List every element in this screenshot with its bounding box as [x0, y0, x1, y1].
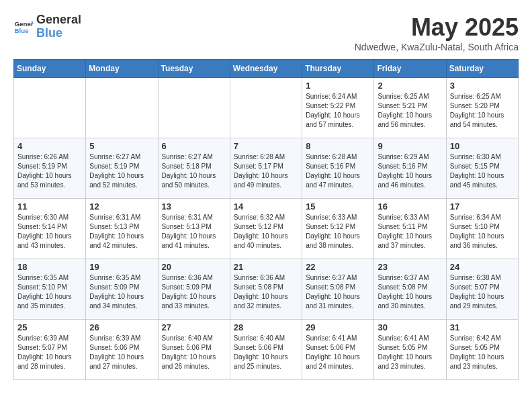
day-info: Sunrise: 6:41 AMSunset: 5:06 PMDaylight:… — [306, 334, 370, 371]
day-info: Sunrise: 6:24 AMSunset: 5:22 PMDaylight:… — [306, 92, 370, 130]
calendar-cell: 18Sunrise: 6:35 AMSunset: 5:10 PMDayligh… — [14, 259, 86, 320]
svg-text:General: General — [15, 19, 34, 27]
day-number: 3 — [450, 81, 515, 91]
calendar-cell: 7Sunrise: 6:28 AMSunset: 5:17 PMDaylight… — [230, 138, 302, 199]
day-info: Sunrise: 6:35 AMSunset: 5:09 PMDaylight:… — [89, 273, 154, 311]
day-info: Sunrise: 6:42 AMSunset: 5:05 PMDaylight:… — [450, 334, 515, 371]
day-info: Sunrise: 6:40 AMSunset: 5:06 PMDaylight:… — [234, 334, 298, 371]
day-info: Sunrise: 6:34 AMSunset: 5:10 PMDaylight:… — [450, 213, 515, 250]
calendar-cell: 23Sunrise: 6:37 AMSunset: 5:08 PMDayligh… — [374, 259, 446, 320]
day-info: Sunrise: 6:31 AMSunset: 5:13 PMDaylight:… — [162, 213, 226, 250]
calendar-cell: 2Sunrise: 6:25 AMSunset: 5:21 PMDaylight… — [374, 78, 446, 138]
calendar-week-row: 18Sunrise: 6:35 AMSunset: 5:10 PMDayligh… — [14, 259, 519, 320]
day-number: 19 — [89, 262, 154, 272]
day-number: 31 — [450, 322, 515, 332]
day-number: 12 — [89, 201, 154, 212]
calendar-cell — [86, 78, 158, 138]
day-number: 18 — [17, 262, 82, 272]
weekday-header: Friday — [374, 60, 446, 78]
logo-icon: General Blue — [13, 17, 34, 37]
day-info: Sunrise: 6:33 AMSunset: 5:12 PMDaylight:… — [306, 213, 370, 250]
day-info: Sunrise: 6:38 AMSunset: 5:07 PMDaylight:… — [450, 273, 515, 311]
calendar-cell: 10Sunrise: 6:30 AMSunset: 5:15 PMDayligh… — [446, 138, 518, 199]
month-title: May 2025 — [355, 13, 519, 42]
calendar-cell — [14, 78, 86, 138]
weekday-header: Tuesday — [158, 60, 230, 78]
day-info: Sunrise: 6:30 AMSunset: 5:14 PMDaylight:… — [17, 213, 82, 250]
day-number: 10 — [450, 141, 515, 151]
logo: General Blue General Blue — [13, 13, 81, 40]
day-info: Sunrise: 6:31 AMSunset: 5:13 PMDaylight:… — [89, 213, 154, 250]
calendar-cell: 16Sunrise: 6:33 AMSunset: 5:11 PMDayligh… — [374, 199, 446, 259]
calendar-header-row: SundayMondayTuesdayWednesdayThursdayFrid… — [14, 60, 519, 78]
weekday-header: Wednesday — [230, 60, 302, 78]
day-number: 7 — [234, 141, 298, 151]
day-number: 30 — [378, 322, 442, 332]
calendar-cell: 13Sunrise: 6:31 AMSunset: 5:13 PMDayligh… — [158, 199, 230, 259]
day-info: Sunrise: 6:37 AMSunset: 5:08 PMDaylight:… — [306, 273, 370, 311]
day-info: Sunrise: 6:32 AMSunset: 5:12 PMDaylight:… — [234, 213, 298, 250]
day-number: 4 — [17, 141, 82, 151]
day-number: 9 — [378, 141, 442, 151]
day-number: 17 — [450, 201, 515, 212]
calendar-cell: 15Sunrise: 6:33 AMSunset: 5:12 PMDayligh… — [302, 199, 374, 259]
calendar-week-row: 1Sunrise: 6:24 AMSunset: 5:22 PMDaylight… — [14, 78, 519, 138]
day-info: Sunrise: 6:28 AMSunset: 5:16 PMDaylight:… — [306, 152, 370, 190]
day-info: Sunrise: 6:39 AMSunset: 5:07 PMDaylight:… — [17, 334, 82, 371]
day-info: Sunrise: 6:40 AMSunset: 5:06 PMDaylight:… — [162, 334, 226, 371]
day-number: 24 — [450, 262, 515, 272]
calendar-cell: 12Sunrise: 6:31 AMSunset: 5:13 PMDayligh… — [86, 199, 158, 259]
day-info: Sunrise: 6:25 AMSunset: 5:21 PMDaylight:… — [378, 92, 442, 130]
calendar-cell — [230, 78, 302, 138]
calendar-week-row: 25Sunrise: 6:39 AMSunset: 5:07 PMDayligh… — [14, 320, 519, 380]
day-number: 6 — [162, 141, 226, 151]
day-number: 20 — [162, 262, 226, 272]
svg-text:Blue: Blue — [15, 27, 30, 34]
calendar-cell: 20Sunrise: 6:36 AMSunset: 5:09 PMDayligh… — [158, 259, 230, 320]
day-info: Sunrise: 6:27 AMSunset: 5:19 PMDaylight:… — [89, 152, 154, 190]
day-info: Sunrise: 6:25 AMSunset: 5:20 PMDaylight:… — [450, 92, 515, 130]
weekday-header: Monday — [86, 60, 158, 78]
calendar-cell: 6Sunrise: 6:27 AMSunset: 5:18 PMDaylight… — [158, 138, 230, 199]
day-number: 26 — [89, 322, 154, 332]
day-number: 16 — [378, 201, 442, 212]
calendar-cell: 3Sunrise: 6:25 AMSunset: 5:20 PMDaylight… — [446, 78, 518, 138]
day-info: Sunrise: 6:33 AMSunset: 5:11 PMDaylight:… — [378, 213, 442, 250]
calendar-cell: 4Sunrise: 6:26 AMSunset: 5:19 PMDaylight… — [14, 138, 86, 199]
day-info: Sunrise: 6:41 AMSunset: 5:05 PMDaylight:… — [378, 334, 442, 371]
day-number: 28 — [234, 322, 298, 332]
day-info: Sunrise: 6:28 AMSunset: 5:17 PMDaylight:… — [234, 152, 298, 190]
day-info: Sunrise: 6:36 AMSunset: 5:09 PMDaylight:… — [162, 273, 226, 311]
day-number: 25 — [17, 322, 82, 332]
calendar-cell: 28Sunrise: 6:40 AMSunset: 5:06 PMDayligh… — [230, 320, 302, 380]
day-number: 21 — [234, 262, 298, 272]
day-number: 5 — [89, 141, 154, 151]
calendar-week-row: 11Sunrise: 6:30 AMSunset: 5:14 PMDayligh… — [14, 199, 519, 259]
day-number: 15 — [306, 201, 370, 212]
day-number: 22 — [306, 262, 370, 272]
calendar-cell: 14Sunrise: 6:32 AMSunset: 5:12 PMDayligh… — [230, 199, 302, 259]
calendar-cell: 22Sunrise: 6:37 AMSunset: 5:08 PMDayligh… — [302, 259, 374, 320]
calendar-cell: 8Sunrise: 6:28 AMSunset: 5:16 PMDaylight… — [302, 138, 374, 199]
day-info: Sunrise: 6:30 AMSunset: 5:15 PMDaylight:… — [450, 152, 515, 190]
day-number: 13 — [162, 201, 226, 212]
day-info: Sunrise: 6:39 AMSunset: 5:06 PMDaylight:… — [89, 334, 154, 371]
weekday-header: Saturday — [446, 60, 518, 78]
calendar-cell: 30Sunrise: 6:41 AMSunset: 5:05 PMDayligh… — [374, 320, 446, 380]
calendar-cell: 9Sunrise: 6:29 AMSunset: 5:16 PMDaylight… — [374, 138, 446, 199]
day-number: 29 — [306, 322, 370, 332]
day-info: Sunrise: 6:26 AMSunset: 5:19 PMDaylight:… — [17, 152, 82, 190]
page-header: General Blue General Blue May 2025 Ndwed… — [13, 13, 519, 52]
calendar-cell: 26Sunrise: 6:39 AMSunset: 5:06 PMDayligh… — [86, 320, 158, 380]
day-info: Sunrise: 6:36 AMSunset: 5:08 PMDaylight:… — [234, 273, 298, 311]
day-number: 2 — [378, 81, 442, 91]
calendar-cell: 17Sunrise: 6:34 AMSunset: 5:10 PMDayligh… — [446, 199, 518, 259]
calendar-table: SundayMondayTuesdayWednesdayThursdayFrid… — [13, 59, 519, 380]
title-block: May 2025 Ndwedwe, KwaZulu-Natal, South A… — [355, 13, 519, 52]
calendar-cell: 29Sunrise: 6:41 AMSunset: 5:06 PMDayligh… — [302, 320, 374, 380]
day-number: 1 — [306, 81, 370, 91]
location: Ndwedwe, KwaZulu-Natal, South Africa — [355, 42, 519, 52]
calendar-cell: 1Sunrise: 6:24 AMSunset: 5:22 PMDaylight… — [302, 78, 374, 138]
day-info: Sunrise: 6:37 AMSunset: 5:08 PMDaylight:… — [378, 273, 442, 311]
day-number: 23 — [378, 262, 442, 272]
